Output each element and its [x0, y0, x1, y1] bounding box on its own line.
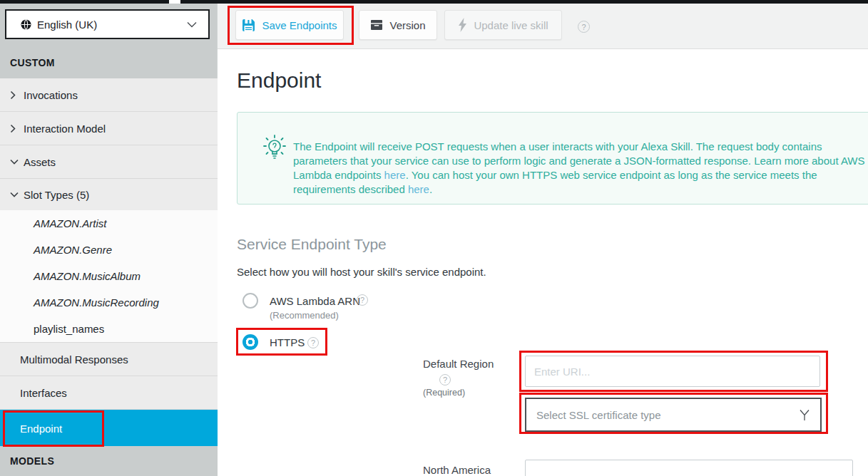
sidebar: English (UK) CUSTOM Invocations Interact…: [0, 0, 218, 476]
slot-type-amazon-artist[interactable]: AMAZON.Artist: [0, 210, 218, 237]
info-banner: The Endpoint will receive POST requests …: [237, 112, 868, 205]
toolbar: Save Endpoints Version Update live skill…: [218, 4, 868, 49]
lambda-endpoints-link[interactable]: here: [384, 169, 406, 181]
https-radio[interactable]: [242, 334, 258, 350]
sidebar-item-label: Interaction Model: [24, 123, 106, 135]
archive-box-icon: [370, 19, 383, 31]
chevron-right-icon: [10, 90, 19, 100]
lightning-icon: [458, 18, 467, 32]
slot-type-playlist-names[interactable]: playlist_names: [0, 316, 218, 342]
slot-type-amazon-genre[interactable]: AMAZON.Genre: [0, 237, 218, 263]
sidebar-item-label: Invocations: [24, 89, 78, 101]
help-icon[interactable]: ?: [439, 374, 451, 386]
globe-icon: [21, 19, 31, 30]
sidebar-item-label: Slot Types (5): [24, 189, 89, 201]
slot-type-amazon-musicalbum[interactable]: AMAZON.MusicAlbum: [0, 263, 218, 289]
sidebar-item-label: Assets: [24, 156, 56, 168]
language-selector[interactable]: English (UK): [5, 9, 210, 39]
save-endpoints-label: Save Endpoints: [262, 19, 337, 31]
window-top-edge-notch: [169, 0, 180, 4]
page-title: Endpoint: [237, 68, 321, 93]
sidebar-item-label: Interfaces: [20, 387, 67, 399]
ssl-select-placeholder: Select SSL certificate type: [536, 409, 661, 421]
help-icon[interactable]: ?: [578, 21, 590, 33]
slot-type-amazon-musicrecording[interactable]: AMAZON.MusicRecording: [0, 289, 218, 316]
help-icon[interactable]: ?: [357, 294, 368, 306]
chevron-right-icon: [10, 124, 19, 133]
default-region-label: Default Region: [423, 358, 516, 370]
sidebar-item-interfaces[interactable]: Interfaces: [0, 376, 218, 410]
lightbulb-icon: [261, 134, 288, 165]
recommended-note: (Recommended): [270, 310, 339, 321]
sidebar-item-endpoint[interactable]: Endpoint: [0, 410, 218, 447]
floppy-disk-icon: [242, 19, 255, 32]
chevron-down-icon: [10, 159, 19, 165]
aws-lambda-label: AWS Lambda ARN: [270, 295, 360, 307]
service-endpoint-type-subtitle: Select how you will host your skill's se…: [237, 266, 486, 278]
dropdown-caret-icon: [799, 408, 810, 421]
north-america-uri-input[interactable]: [525, 460, 853, 476]
north-america-label: North America: [423, 464, 491, 476]
sidebar-section-models: MODELS: [0, 446, 218, 476]
main-content: Endpoint The Endpoint will receive POST …: [218, 49, 868, 476]
info-text-part3: .: [429, 183, 432, 195]
language-selector-label: English (UK): [37, 19, 97, 31]
chevron-down-icon: [187, 21, 197, 28]
help-icon[interactable]: ?: [307, 337, 319, 348]
default-region-block: Default Region ? (Required): [423, 358, 516, 398]
info-banner-text: The Endpoint will receive POST requests …: [293, 140, 867, 197]
window-top-edge: [0, 0, 868, 4]
sidebar-item-label: Multimodal Responses: [20, 353, 128, 366]
version-button[interactable]: Version: [359, 10, 437, 40]
requirements-link[interactable]: here: [408, 183, 429, 195]
update-live-skill-label: Update live skill: [474, 19, 548, 31]
sidebar-item-invocations[interactable]: Invocations: [0, 78, 218, 112]
alexa-developer-console-page: English (UK) CUSTOM Invocations Interact…: [0, 0, 868, 476]
sidebar-item-slot-types[interactable]: Slot Types (5): [0, 179, 218, 210]
update-live-skill-button[interactable]: Update live skill: [444, 10, 562, 40]
sidebar-item-assets[interactable]: Assets: [0, 145, 218, 179]
sidebar-item-multimodal-responses[interactable]: Multimodal Responses: [0, 343, 218, 376]
sidebar-section-custom: CUSTOM: [10, 57, 55, 68]
sidebar-nav: Invocations Interaction Model Assets Slo…: [0, 78, 218, 447]
required-note: (Required): [423, 388, 516, 398]
default-region-uri-input[interactable]: [525, 356, 820, 387]
service-endpoint-type-heading: Service Endpoint Type: [237, 236, 387, 253]
save-endpoints-button[interactable]: Save Endpoints: [235, 10, 344, 40]
ssl-certificate-select[interactable]: Select SSL certificate type: [525, 398, 822, 432]
chevron-down-icon: [10, 192, 19, 198]
sidebar-item-interaction-model[interactable]: Interaction Model: [0, 112, 218, 145]
aws-lambda-radio[interactable]: [242, 293, 258, 309]
slot-types-list: AMAZON.Artist AMAZON.Genre AMAZON.MusicA…: [0, 210, 218, 343]
sidebar-item-label: Endpoint: [20, 423, 62, 435]
https-label: HTTPS: [270, 336, 305, 348]
version-label: Version: [389, 19, 425, 31]
